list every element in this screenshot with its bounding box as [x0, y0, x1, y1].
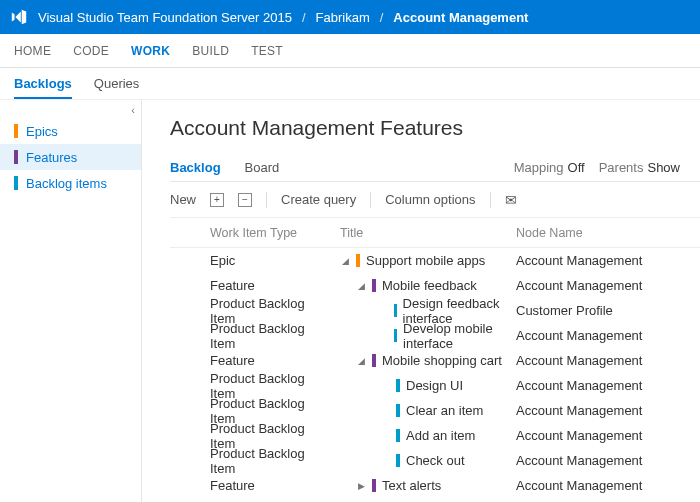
hub-test[interactable]: TEST	[251, 44, 283, 58]
main-content: Account Management Features Backlog Boar…	[142, 100, 700, 502]
create-query-button[interactable]: Create query	[281, 192, 356, 207]
node-name: Customer Profile	[516, 303, 686, 318]
work-item-title[interactable]: Design UI	[406, 378, 463, 393]
mapping-label: Mapping	[514, 160, 564, 175]
sidebar-item-features[interactable]: Features	[0, 144, 141, 170]
collapse-sidebar-icon[interactable]: ‹	[131, 104, 135, 116]
node-name: Account Management	[516, 278, 686, 293]
hub-build[interactable]: BUILD	[192, 44, 229, 58]
work-item-type: Feature	[170, 353, 330, 368]
expand-toggle-icon[interactable]: ◢	[356, 281, 366, 291]
breadcrumb-sep: /	[302, 10, 306, 25]
hub-nav: HOME CODE WORK BUILD TEST	[0, 34, 700, 68]
breadcrumb-sep: /	[380, 10, 384, 25]
work-item-type: Product Backlog Item	[170, 321, 330, 351]
sidebar-item-backlog-items[interactable]: Backlog items	[0, 170, 141, 196]
backlog-toolbar: New + − Create query Column options ✉	[170, 182, 700, 218]
feature-color-chip	[14, 150, 18, 164]
work-item-title[interactable]: Mobile feedback	[382, 278, 477, 293]
breadcrumb-area[interactable]: Account Management	[393, 10, 528, 25]
node-name: Account Management	[516, 328, 686, 343]
table-row[interactable]: Product Backlog ItemDesign UIAccount Man…	[170, 373, 700, 398]
collapse-all-icon[interactable]: −	[238, 193, 252, 207]
table-row[interactable]: Epic◢Support mobile appsAccount Manageme…	[170, 248, 700, 273]
work-item-title[interactable]: Text alerts	[382, 478, 441, 493]
teal-chip-icon	[396, 379, 400, 392]
work-item-title[interactable]: Support mobile apps	[366, 253, 485, 268]
sidebar-item-epics[interactable]: Epics	[0, 118, 141, 144]
teal-chip-icon	[394, 304, 397, 317]
subhub-queries[interactable]: Queries	[94, 76, 140, 91]
work-item-title[interactable]: Add an item	[406, 428, 475, 443]
new-button[interactable]: New	[170, 192, 196, 207]
node-name: Account Management	[516, 453, 686, 468]
teal-chip-icon	[396, 454, 400, 467]
expand-all-icon[interactable]: +	[210, 193, 224, 207]
view-board[interactable]: Board	[245, 160, 280, 175]
node-name: Account Management	[516, 478, 686, 493]
work-item-title[interactable]: Check out	[406, 453, 465, 468]
toolbar-divider	[266, 192, 267, 208]
hub-code[interactable]: CODE	[73, 44, 109, 58]
svg-marker-0	[12, 13, 15, 22]
subhub-nav: Backlogs Queries	[0, 68, 700, 100]
sidebar-item-label: Features	[26, 150, 77, 165]
sidebar-item-label: Epics	[26, 124, 58, 139]
purple-chip-icon	[372, 354, 376, 367]
svg-marker-2	[22, 10, 27, 24]
node-name: Account Management	[516, 403, 686, 418]
page-title: Account Management Features	[170, 116, 700, 140]
column-options-button[interactable]: Column options	[385, 192, 475, 207]
vs-logo-icon	[10, 8, 28, 26]
table-row[interactable]: Product Backlog ItemDesign feedback inte…	[170, 298, 700, 323]
breadcrumb-product[interactable]: Visual Studio Team Foundation Server 201…	[38, 10, 292, 25]
node-name: Account Management	[516, 378, 686, 393]
parents-toggle[interactable]: Show	[647, 160, 680, 175]
teal-chip-icon	[396, 404, 400, 417]
email-icon[interactable]: ✉	[505, 192, 517, 208]
view-backlog[interactable]: Backlog	[170, 160, 221, 175]
work-item-title[interactable]: Develop mobile interface	[403, 321, 516, 351]
purple-chip-icon	[372, 279, 376, 292]
col-header-node[interactable]: Node Name	[516, 226, 686, 240]
expand-toggle-icon[interactable]: ▶	[356, 481, 366, 491]
node-name: Account Management	[516, 253, 686, 268]
top-bar: Visual Studio Team Foundation Server 201…	[0, 0, 700, 34]
table-row[interactable]: Feature◢Mobile shopping cartAccount Mana…	[170, 348, 700, 373]
table-row[interactable]: Product Backlog ItemCheck outAccount Man…	[170, 448, 700, 473]
table-row[interactable]: Product Backlog ItemDevelop mobile inter…	[170, 323, 700, 348]
table-row[interactable]: Product Backlog ItemAdd an itemAccount M…	[170, 423, 700, 448]
svg-marker-1	[15, 12, 20, 23]
teal-chip-icon	[396, 429, 400, 442]
purple-chip-icon	[372, 479, 376, 492]
backlog-level-sidebar: ‹ Epics Features Backlog items	[0, 100, 142, 502]
table-row[interactable]: Feature◢Mobile feedbackAccount Managemen…	[170, 273, 700, 298]
work-item-title[interactable]: Clear an item	[406, 403, 483, 418]
breadcrumb-project[interactable]: Fabrikam	[316, 10, 370, 25]
pbi-color-chip	[14, 176, 18, 190]
work-item-title[interactable]: Mobile shopping cart	[382, 353, 502, 368]
hub-home[interactable]: HOME	[14, 44, 51, 58]
grid-header: Work Item Type Title Node Name	[170, 218, 700, 248]
view-switch-row: Backlog Board Mapping Off Parents Show	[170, 154, 700, 182]
teal-chip-icon	[394, 329, 397, 342]
expand-toggle-icon[interactable]: ◢	[340, 256, 350, 266]
node-name: Account Management	[516, 428, 686, 443]
work-item-type: Product Backlog Item	[170, 446, 330, 476]
col-header-type[interactable]: Work Item Type	[170, 226, 330, 240]
toolbar-divider	[370, 192, 371, 208]
table-row[interactable]: Product Backlog ItemClear an itemAccount…	[170, 398, 700, 423]
parents-label: Parents	[599, 160, 644, 175]
orange-chip-icon	[356, 254, 360, 267]
mapping-toggle[interactable]: Off	[568, 160, 585, 175]
subhub-backlogs[interactable]: Backlogs	[14, 76, 72, 99]
col-header-title[interactable]: Title	[330, 226, 516, 240]
epic-color-chip	[14, 124, 18, 138]
toolbar-divider	[490, 192, 491, 208]
grid-body: Epic◢Support mobile appsAccount Manageme…	[170, 248, 700, 498]
work-item-type: Epic	[170, 253, 330, 268]
sidebar-item-label: Backlog items	[26, 176, 107, 191]
hub-work[interactable]: WORK	[131, 44, 170, 58]
table-row[interactable]: Feature▶Text alertsAccount Management	[170, 473, 700, 498]
expand-toggle-icon[interactable]: ◢	[356, 356, 366, 366]
